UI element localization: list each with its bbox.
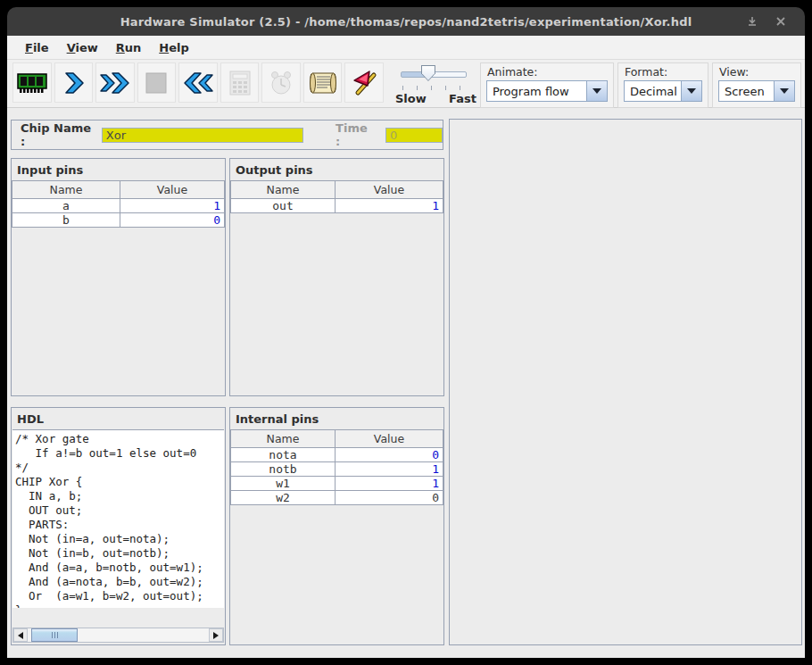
- animate-dropdown-button[interactable]: [586, 80, 608, 102]
- pin-value: 0: [336, 491, 443, 505]
- pin-name: b: [12, 213, 120, 228]
- alarm-clock-icon: [268, 70, 294, 96]
- menu-view[interactable]: View: [58, 38, 107, 57]
- format-dropdown-button[interactable]: [681, 80, 702, 102]
- breakpoint-flag-icon: [350, 69, 378, 97]
- pin-name: w1: [231, 477, 336, 491]
- minimize-button[interactable]: [742, 12, 762, 30]
- window-title: Hardware Simulator (2.5) - /home/thomas/…: [120, 15, 692, 29]
- hdl-line: If a!=b out=1 else out=0: [15, 446, 224, 461]
- column-header-name: Name: [231, 430, 336, 448]
- scroll-left-button[interactable]: [13, 628, 28, 642]
- menu-run[interactable]: Run: [107, 38, 151, 57]
- output-pins-title: Output pins: [230, 159, 443, 180]
- pin-name: notb: [231, 462, 336, 477]
- view-select[interactable]: Screen: [718, 80, 795, 102]
- column-header-name: Name: [12, 181, 120, 199]
- format-label: Format:: [625, 65, 702, 79]
- hdl-line: */: [15, 461, 224, 475]
- input-pins-panel: Input pins Name Value a 1 b 0: [11, 158, 226, 396]
- pin-value[interactable]: 1: [120, 199, 225, 213]
- menubar: File View Run Help: [7, 36, 805, 60]
- slow-label: Slow: [395, 92, 427, 105]
- format-value: Decimal: [624, 80, 681, 102]
- view-value: Screen: [718, 80, 774, 102]
- single-step-button[interactable]: [54, 62, 94, 103]
- hdl-line: And (a=a, b=notb, out=w1);: [15, 561, 224, 575]
- column-header-name: Name: [231, 181, 336, 199]
- column-header-value: Value: [336, 430, 443, 448]
- hdl-line: /* Xor gate: [15, 432, 224, 446]
- hdl-line: Not (in=b, out=notb);: [15, 546, 224, 561]
- time-label: Time :: [336, 121, 375, 148]
- chevron-down-icon: [687, 88, 696, 94]
- pin-value: 1: [336, 477, 443, 491]
- time-field: 0: [385, 128, 443, 143]
- chevron-down-icon: [780, 88, 789, 94]
- reset-button[interactable]: [178, 62, 218, 103]
- pin-value: 1: [336, 199, 443, 213]
- hdl-line: And (a=nota, b=b, out=w2);: [15, 575, 224, 589]
- internal-pins-table: Name Value nota 0 notb 1 w1 1 w2 0: [230, 429, 443, 505]
- toolbar: Slow Fast Animate: Program flow Format: …: [7, 60, 805, 108]
- chip-name-field[interactable]: Xor: [102, 128, 303, 143]
- view-hdl-button[interactable]: [303, 62, 343, 103]
- single-step-chevron-icon: [60, 70, 87, 96]
- hdl-scroll-icon: [308, 70, 338, 96]
- screen-view-panel: [449, 119, 802, 645]
- column-header-value: Value: [120, 181, 225, 199]
- hdl-line: Not (in=a, out=nota);: [15, 532, 224, 546]
- format-select[interactable]: Decimal: [624, 80, 702, 102]
- scrollbar-track[interactable]: [28, 628, 209, 642]
- view-dropdown-button[interactable]: [774, 80, 795, 102]
- chip-name-value: Xor: [106, 129, 126, 142]
- table-row: a 1: [12, 199, 225, 213]
- table-row: w2 0: [231, 491, 443, 505]
- hdl-panel: HDL /* Xor gate If a!=b out=1 else out=0…: [11, 407, 226, 645]
- animate-select[interactable]: Program flow: [486, 80, 608, 102]
- column-header-value: Value: [336, 181, 443, 199]
- close-button[interactable]: [771, 12, 791, 30]
- arrow-right-icon: [213, 632, 219, 639]
- hdl-line: Or (a=w1, b=w2, out=out);: [15, 589, 224, 603]
- titlebar[interactable]: Hardware Simulator (2.5) - /home/thomas/…: [7, 7, 805, 36]
- stop-button[interactable]: [137, 62, 177, 103]
- input-pins-table: Name Value a 1 b 0: [12, 180, 225, 228]
- calculator-icon: [228, 70, 253, 96]
- output-pins-panel: Output pins Name Value out 1: [229, 158, 444, 396]
- run-button[interactable]: [95, 62, 135, 103]
- hdl-title: HDL: [12, 408, 225, 429]
- fast-label: Fast: [449, 92, 476, 105]
- animate-label: Animate:: [487, 65, 608, 79]
- pin-value: 0: [336, 448, 443, 462]
- scroll-right-button[interactable]: [209, 628, 223, 642]
- chevron-down-icon: [592, 88, 601, 94]
- breakpoints-button[interactable]: [344, 62, 384, 103]
- hdl-horizontal-scrollbar[interactable]: [12, 628, 224, 643]
- main-content: Chip Name : Xor Time : 0 Input pins Name…: [7, 108, 805, 658]
- hdl-line: OUT out;: [15, 503, 224, 518]
- table-row: b 0: [12, 213, 225, 228]
- output-pins-table: Name Value out 1: [230, 180, 443, 213]
- view-label: View:: [719, 65, 795, 79]
- menu-file[interactable]: File: [16, 38, 58, 57]
- hdl-line: CHIP Xor {: [15, 475, 224, 489]
- table-row: notb 1: [231, 462, 443, 477]
- table-row: nota 0: [231, 448, 443, 462]
- speed-slider-handle[interactable]: [421, 65, 435, 81]
- stop-square-icon: [145, 71, 168, 95]
- menu-help[interactable]: Help: [150, 38, 197, 57]
- screenshot-root: { "window": { "title": "Hardware Simulat…: [0, 0, 812, 665]
- internal-pins-title: Internal pins: [230, 408, 443, 429]
- minimize-icon: [746, 15, 758, 28]
- pin-value[interactable]: 0: [120, 213, 225, 228]
- clock-button: [261, 62, 301, 103]
- speed-slider-group: Slow Fast: [395, 62, 476, 105]
- scrollbar-thumb[interactable]: [31, 628, 78, 642]
- pin-name: a: [12, 199, 120, 213]
- calculator-button: [220, 62, 260, 103]
- load-chip-button[interactable]: [12, 62, 52, 103]
- hdl-code-view[interactable]: /* Xor gate If a!=b out=1 else out=0 */ …: [12, 429, 224, 608]
- arrow-left-icon: [18, 632, 23, 639]
- pin-name: nota: [231, 448, 336, 462]
